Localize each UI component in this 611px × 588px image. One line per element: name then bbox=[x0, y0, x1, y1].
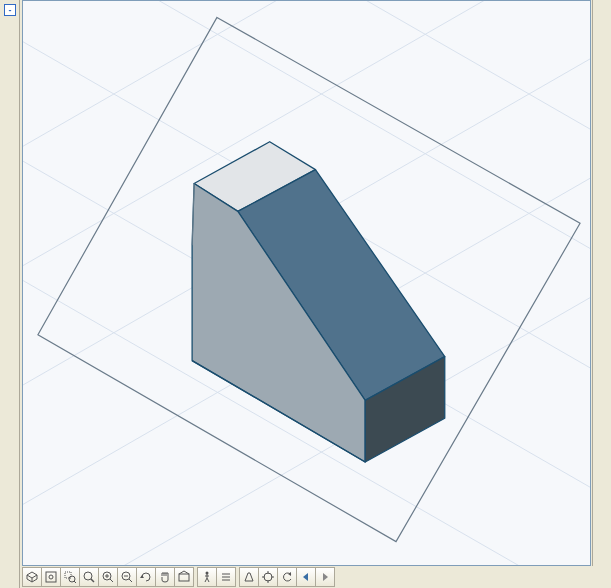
svg-marker-44 bbox=[323, 573, 328, 581]
walk-button[interactable] bbox=[197, 567, 217, 587]
next-view-button[interactable] bbox=[315, 567, 335, 587]
minus-icon: - bbox=[9, 5, 12, 15]
perspective-button[interactable] bbox=[239, 567, 259, 587]
rotate-view-button[interactable] bbox=[136, 567, 156, 587]
refresh-view-button[interactable] bbox=[277, 567, 297, 587]
viewport-3d[interactable] bbox=[22, 0, 591, 566]
svg-point-16 bbox=[49, 575, 53, 579]
left-panel-gutter: - bbox=[0, 0, 20, 588]
svg-line-28 bbox=[129, 579, 132, 582]
zoom-in-button[interactable] bbox=[98, 567, 118, 587]
fit-view-button[interactable] bbox=[41, 567, 61, 587]
view-toolbar bbox=[22, 567, 591, 587]
svg-line-21 bbox=[91, 579, 94, 582]
target-view-button[interactable] bbox=[258, 567, 278, 587]
zoom-out-button[interactable] bbox=[117, 567, 137, 587]
svg-marker-43 bbox=[303, 573, 308, 581]
svg-rect-15 bbox=[46, 572, 56, 582]
svg-line-19 bbox=[74, 581, 76, 583]
svg-rect-30 bbox=[179, 574, 189, 581]
look-at-button[interactable] bbox=[174, 567, 194, 587]
svg-marker-29 bbox=[140, 575, 144, 578]
named-views-button[interactable] bbox=[216, 567, 236, 587]
iso-view-button[interactable] bbox=[22, 567, 42, 587]
zoom-window-button[interactable] bbox=[60, 567, 80, 587]
svg-line-25 bbox=[110, 579, 113, 582]
svg-point-20 bbox=[84, 572, 92, 580]
model-wedge bbox=[192, 142, 445, 462]
zoom-button[interactable] bbox=[79, 567, 99, 587]
pan-button[interactable] bbox=[155, 567, 175, 587]
svg-point-37 bbox=[264, 573, 272, 581]
panel-collapse-icon[interactable]: - bbox=[4, 4, 16, 16]
prev-view-button[interactable] bbox=[296, 567, 316, 587]
scene-svg bbox=[23, 1, 590, 565]
right-scrollbar[interactable] bbox=[592, 0, 609, 566]
